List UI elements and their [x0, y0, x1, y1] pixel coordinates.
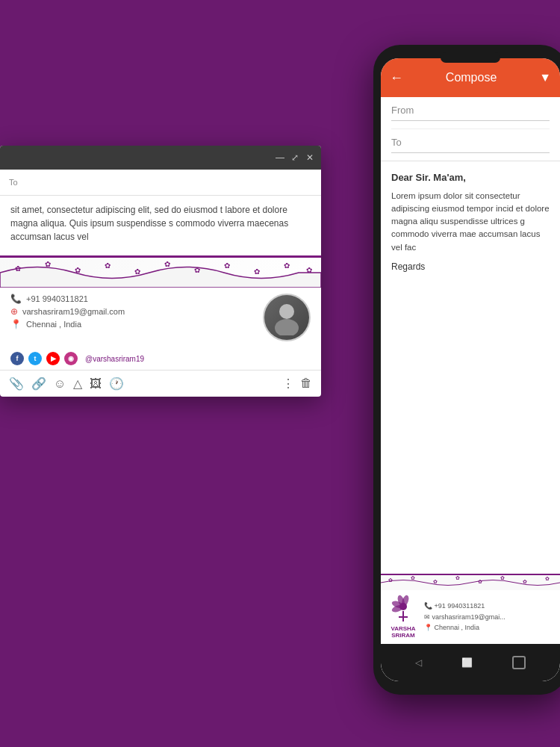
more-icon[interactable]: ▼ — [539, 71, 551, 84]
link-icon[interactable]: 🔗 — [31, 376, 46, 391]
svg-text:✿: ✿ — [284, 261, 290, 270]
to-label-mobile: To — [391, 137, 550, 148]
svg-text:✿: ✿ — [45, 260, 51, 268]
from-value[interactable] — [391, 117, 550, 121]
phone-sig-email: ✉ varshasriram19@gmai... — [424, 612, 505, 622]
image-icon[interactable]: 🖼 — [90, 377, 102, 391]
phone-sig-info: 📞 +91 9940311821 ✉ varshasriram19@gmai..… — [424, 601, 505, 633]
email-toolbar: 📎 🔗 ☺ △ 🖼 🕐 ⋮ 🗑 — [0, 370, 321, 397]
sig-email-value: varshasriram19@gmail.com — [22, 307, 125, 316]
minimize-button[interactable]: — — [275, 152, 285, 163]
delete-icon[interactable]: 🗑 — [300, 376, 312, 391]
sig-logo: VARSHA SRIRAM — [388, 595, 418, 639]
schedule-icon[interactable]: 🕐 — [109, 376, 124, 391]
instagram-icon[interactable]: ◉ — [64, 352, 78, 365]
maximize-button[interactable]: ⤢ — [290, 152, 300, 163]
sig-phone-value: +91 9940311821 — [26, 294, 88, 303]
svg-text:✿: ✿ — [105, 261, 111, 270]
phone-compose-fields: From To — [381, 97, 560, 161]
sig-location-value: Chennai , India — [26, 320, 81, 329]
phone-nav-bar: ◁ ⬜ — [381, 644, 560, 681]
svg-point-12 — [275, 319, 299, 335]
phone-frame: ← Compose ▼ From To Dear Sir. Ma'am, Lor… — [373, 45, 560, 695]
twitter-icon[interactable]: t — [28, 352, 42, 365]
svg-text:✿: ✿ — [224, 261, 230, 270]
back-button[interactable]: ← — [390, 70, 403, 86]
drive-icon[interactable]: △ — [73, 376, 82, 391]
phone-sig-wave: ✿ ✿ ✿ ✿ ✿ ✿ ✿ ✿ — [381, 575, 560, 590]
sig-phone-line: 📞 +91 9940311821 — [10, 294, 254, 304]
emoji-icon[interactable]: ☺ — [54, 377, 66, 391]
phone-notch — [441, 52, 500, 63]
nav-recents-button[interactable]: ⬜ — [461, 657, 473, 668]
window-body: To sit amet, consectetur adipiscing elit… — [0, 170, 321, 397]
svg-text:✿: ✿ — [545, 576, 550, 581]
sig-location-line: 📍 Chennai , India — [10, 319, 254, 329]
to-field-row: To — [9, 174, 312, 190]
phone-header: ← Compose ▼ — [381, 58, 560, 97]
nav-home-button[interactable] — [512, 656, 526, 669]
sig-logo-text: VARSHA SRIRAM — [388, 625, 418, 639]
phone-signature: ✿ ✿ ✿ ✿ ✿ ✿ ✿ ✿ — [381, 574, 560, 644]
location-icon: 📍 — [10, 319, 22, 329]
svg-point-11 — [279, 304, 294, 319]
svg-text:✿: ✿ — [134, 267, 140, 276]
svg-text:✿: ✿ — [500, 575, 505, 580]
phone-sig-phone: 📞 +91 9940311821 — [424, 601, 505, 611]
signature-content: 📞 +91 9940311821 ⊕ varshasriram19@gmail.… — [0, 288, 321, 347]
compose-title: Compose — [409, 71, 533, 84]
svg-text:✿: ✿ — [411, 575, 415, 580]
svg-text:✿: ✿ — [164, 260, 170, 268]
to-label: To — [9, 178, 39, 187]
email-greeting: Dear Sir. Ma'am, — [391, 170, 550, 185]
phone-email-body[interactable]: Dear Sir. Ma'am, Lorem ipsum dolor sit c… — [381, 161, 560, 574]
from-field: From — [391, 97, 550, 129]
from-label: From — [391, 105, 550, 116]
youtube-icon[interactable]: ▶ — [46, 352, 60, 365]
signature-wave: ✿ ✿ ✿ ✿ ✿ ✿ ✿ ✿ ✿ ✿ ✿ — [0, 258, 321, 288]
email-icon: ⊕ — [10, 306, 18, 317]
svg-text:✿: ✿ — [194, 266, 200, 274]
svg-point-26 — [399, 603, 407, 610]
svg-text:✿: ✿ — [306, 266, 312, 274]
phone-screen: ← Compose ▼ From To Dear Sir. Ma'am, Lor… — [381, 58, 560, 681]
facebook-icon[interactable]: f — [10, 352, 24, 365]
email-paragraph: Lorem ipsum dolor sit consectetur adipis… — [391, 190, 550, 254]
phone-sig-content: VARSHA SRIRAM 📞 +91 9940311821 ✉ varshas… — [381, 590, 560, 644]
svg-text:✿: ✿ — [455, 575, 460, 580]
sig-email-line: ⊕ varshasriram19@gmail.com — [10, 306, 254, 317]
nav-back-button[interactable]: ◁ — [415, 657, 422, 668]
svg-text:✿: ✿ — [433, 579, 438, 584]
svg-text:✿: ✿ — [388, 577, 393, 583]
phone-container: ← Compose ▼ From To Dear Sir. Ma'am, Lor… — [373, 45, 560, 695]
svg-text:✿: ✿ — [254, 267, 260, 276]
logo-flower-icon — [388, 595, 418, 625]
svg-text:✿: ✿ — [75, 266, 81, 274]
social-row: f t ▶ ◉ @varshasriram19 — [0, 347, 321, 370]
to-field: To — [391, 129, 550, 161]
svg-text:✿: ✿ — [15, 264, 21, 273]
svg-text:✿: ✿ — [523, 579, 527, 584]
email-signature: ✿ ✿ ✿ ✿ ✿ ✿ ✿ ✿ ✿ ✿ ✿ 📞 +91 9940 — [0, 255, 321, 370]
svg-text:✿: ✿ — [478, 579, 482, 584]
email-header-fields: To — [0, 170, 321, 196]
signature-info: 📞 +91 9940311821 ⊕ varshasriram19@gmail.… — [10, 294, 254, 332]
close-button[interactable]: ✕ — [305, 152, 315, 163]
social-handle: @varshasriram19 — [85, 355, 144, 363]
email-body[interactable]: sit amet, consectetur adipiscing elit, s… — [0, 196, 321, 251]
window-titlebar: — ⤢ ✕ — [0, 146, 321, 170]
more-options-icon[interactable]: ⋮ — [282, 376, 294, 391]
avatar-image — [264, 295, 309, 340]
email-regards: Regards — [391, 260, 550, 273]
phone-sig-location: 📍 Chennai , India — [424, 622, 505, 633]
toolbar-left: 📎 🔗 ☺ △ 🖼 🕐 — [9, 376, 124, 391]
avatar — [263, 294, 311, 341]
to-value[interactable] — [391, 149, 550, 153]
toolbar-right: ⋮ 🗑 — [282, 376, 312, 391]
attach-icon[interactable]: 📎 — [9, 376, 24, 391]
phone-icon: 📞 — [10, 294, 22, 304]
desktop-email-window: — ⤢ ✕ To sit amet, consectetur adipiscin… — [0, 146, 321, 397]
